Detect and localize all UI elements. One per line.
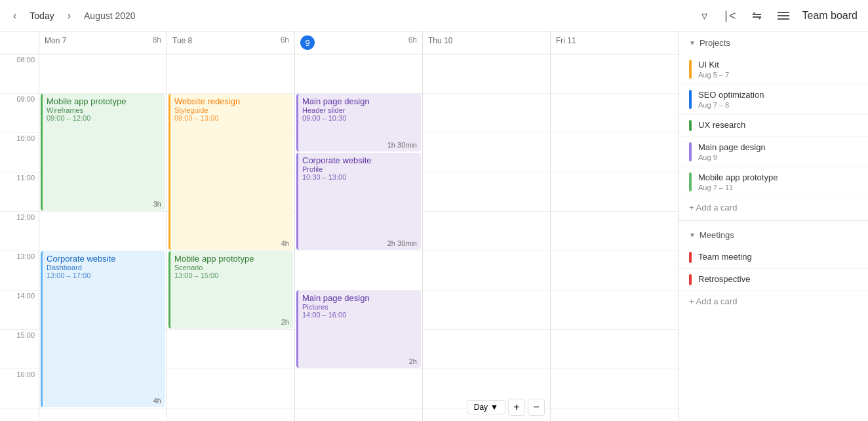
card-date-ui-kit: Aug 5 – 7	[698, 71, 858, 79]
meetings-section-label: Meetings	[700, 230, 734, 240]
meetings-section-header[interactable]: ▼ Meetings	[679, 224, 868, 247]
next-btn[interactable]: ›	[65, 7, 73, 24]
card-content-main-page: Main page design Aug 9	[698, 142, 858, 161]
day-label: Day	[474, 403, 488, 412]
sidebar-section-meetings: ▼ Meetings Team meeting Retrospective + …	[679, 224, 868, 311]
card-title-team-meeting: Team meeting	[698, 252, 858, 262]
day-col-thu: Day ▼ + −	[423, 54, 551, 421]
event-mon-mobile-app[interactable]: Mobile app prototype Wireframes 09:00 – …	[41, 94, 165, 210]
event-subtitle: Wireframes	[47, 106, 161, 114]
projects-section-label: Projects	[700, 38, 730, 48]
card-date-mobile-prototype: Aug 7 – 11	[698, 184, 858, 191]
day-col-mon: Mobile app prototype Wireframes 09:00 – …	[39, 54, 167, 421]
team-board-title: Team board	[802, 10, 858, 22]
projects-section-header[interactable]: ▼ Projects	[679, 31, 868, 54]
card-color-mobile-prototype	[689, 172, 692, 191]
col-day-name-thu: Thu 10	[428, 36, 452, 45]
calendar-body: 08:00 09:00 10:00 11:00 12:00 13:00 14:0…	[0, 54, 678, 421]
event-wed-main-page-2[interactable]: Main page design Pictures 14:00 – 16:00 …	[296, 291, 421, 368]
time-column: 08:00 09:00 10:00 11:00 12:00 13:00 14:0…	[0, 54, 39, 421]
event-title: Mobile app prototype	[47, 96, 161, 106]
card-date-main-page: Aug 9	[698, 153, 858, 161]
add-card-projects-btn[interactable]: + Add a card	[679, 197, 868, 218]
event-time: 10:30 – 13:00	[302, 173, 417, 181]
card-content-ui-kit: UI Kit Aug 5 – 7	[698, 60, 858, 79]
zoom-out-btn[interactable]: −	[528, 399, 545, 416]
event-hours-label: 2h 30min	[387, 239, 417, 247]
card-title-main-page: Main page design	[698, 142, 858, 152]
today-btn[interactable]: Today	[24, 8, 59, 24]
event-hours-label: 4h	[281, 239, 289, 247]
sidebar-card-main-page[interactable]: Main page design Aug 9	[679, 137, 868, 167]
event-hours-label: 3h	[153, 200, 161, 208]
event-subtitle: Pictures	[302, 303, 417, 311]
event-title: Website redesign	[174, 96, 289, 106]
day-col-tue: Website redesign Styleguide 09:00 – 13:0…	[167, 54, 295, 421]
col-day-name-fri: Fri 11	[556, 36, 576, 45]
event-time: 09:00 – 13:00	[174, 114, 289, 122]
event-mon-corporate[interactable]: Corporate website Dashboard 13:00 – 17:0…	[41, 251, 165, 407]
event-time: 09:00 – 10:30	[302, 114, 417, 122]
card-content-mobile-prototype: Mobile app prototype Aug 7 – 11	[698, 172, 858, 191]
card-color-team-meeting	[689, 252, 692, 263]
col-hours-mon: 8h	[153, 35, 161, 45]
card-content-retrospective: Retrospective	[698, 274, 858, 285]
sidebar-card-mobile-prototype[interactable]: Mobile app prototype Aug 7 – 11	[679, 167, 868, 197]
calendar-header: Mon 7 8h Tue 8 6h 9 6h Thu 10 Fri 11	[0, 31, 678, 54]
time-slot-12: 12:00	[0, 212, 39, 251]
sidebar-section-projects: ▼ Projects UI Kit Aug 5 – 7 SEO optimiza…	[679, 31, 868, 218]
event-tue-website[interactable]: Website redesign Styleguide 09:00 – 13:0…	[168, 94, 293, 250]
card-title-ui-kit: UI Kit	[698, 60, 858, 70]
time-slot-13: 13:00	[0, 251, 39, 291]
card-title-retrospective: Retrospective	[698, 274, 858, 284]
projects-chevron-icon: ▼	[689, 39, 696, 47]
sidebar-card-retrospective[interactable]: Retrospective	[679, 269, 868, 291]
card-content-team-meeting: Team meeting	[698, 252, 858, 263]
time-slot-15: 15:00	[0, 330, 39, 369]
event-title: Main page design	[302, 293, 417, 303]
card-date-seo: Aug 7 – 8	[698, 101, 858, 109]
card-color-ui-kit	[689, 60, 692, 79]
calendar: Mon 7 8h Tue 8 6h 9 6h Thu 10 Fri 11	[0, 31, 678, 421]
sidebar-divider	[679, 220, 868, 221]
col-header-tue: Tue 8 6h	[167, 31, 295, 54]
col-day-badge-wed: 9	[300, 35, 315, 50]
col-day-name-mon: Mon 7	[45, 36, 66, 45]
sidebar: ▼ Projects UI Kit Aug 5 – 7 SEO optimiza…	[678, 31, 868, 421]
time-slot-08: 08:00	[0, 54, 39, 94]
time-gutter-header	[0, 31, 39, 54]
filter-btn[interactable]: ▿	[699, 6, 710, 26]
day-col-wed: Main page design Header slider 09:00 – 1…	[295, 54, 423, 421]
day-view-btn[interactable]: Day ▼	[467, 400, 505, 414]
event-wed-corporate[interactable]: Corporate website Profile 10:30 – 13:00 …	[296, 153, 421, 250]
sidebar-card-ui-kit[interactable]: UI Kit Aug 5 – 7	[679, 54, 868, 85]
event-hours-label: 2h	[281, 318, 289, 326]
event-hours-label: 4h	[153, 397, 161, 405]
chevron-down-icon: ▼	[490, 403, 498, 412]
day-col-fri	[551, 54, 678, 421]
sidebar-card-seo[interactable]: SEO optimization Aug 7 – 8	[679, 85, 868, 115]
col-hours-tue: 6h	[281, 35, 289, 45]
event-subtitle: Styleguide	[174, 106, 289, 114]
main-layout: Mon 7 8h Tue 8 6h 9 6h Thu 10 Fri 11	[0, 31, 868, 421]
card-color-ux	[689, 120, 692, 131]
prev-btn[interactable]: ‹	[10, 7, 19, 24]
col-day-name-tue: Tue 8	[172, 36, 192, 45]
sidebar-card-ux[interactable]: UX research	[679, 115, 868, 137]
day-view-controls: Day ▼ + −	[467, 399, 545, 416]
meetings-chevron-icon: ▼	[689, 231, 696, 239]
top-bar-right: ▿ ∣< ⇋ Team board	[699, 6, 858, 26]
event-subtitle: Header slider	[302, 106, 417, 114]
settings-btn[interactable]: ⇋	[749, 6, 764, 26]
share-btn[interactable]: ∣<	[720, 6, 739, 26]
time-slot-11: 11:00	[0, 172, 39, 212]
sidebar-card-team-meeting[interactable]: Team meeting	[679, 247, 868, 269]
zoom-in-btn[interactable]: +	[508, 399, 525, 416]
card-title-seo: SEO optimization	[698, 90, 858, 100]
event-tue-mobile[interactable]: Mobile app prototype Scenario 13:00 – 15…	[168, 251, 293, 329]
event-wed-main-page-1[interactable]: Main page design Header slider 09:00 – 1…	[296, 94, 421, 151]
col-header-thu: Thu 10	[423, 31, 551, 54]
add-card-meetings-btn[interactable]: + Add a card	[679, 291, 868, 311]
card-color-main-page	[689, 142, 692, 161]
sidebar-toggle-btn[interactable]	[775, 9, 792, 22]
